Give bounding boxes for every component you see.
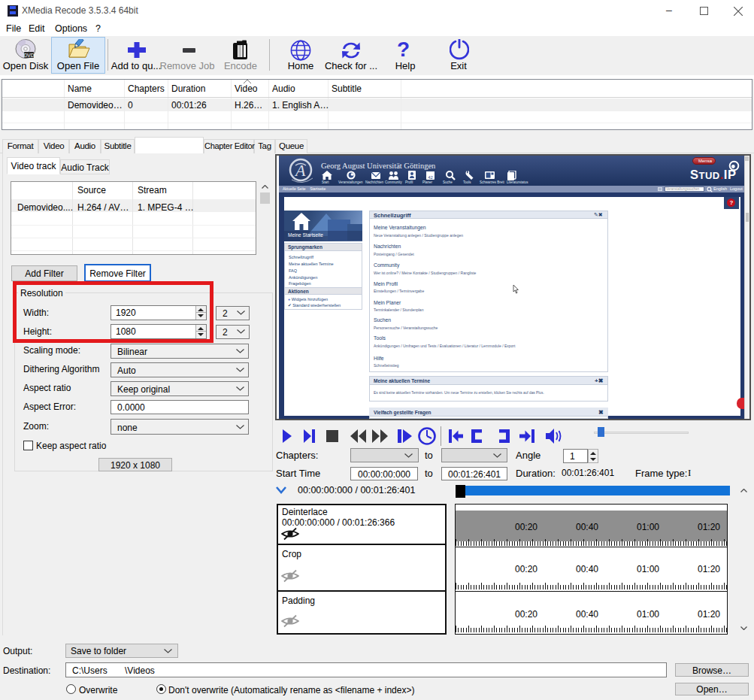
svg-text:42: 42 [428, 175, 433, 180]
svg-text:DVD: DVD [24, 53, 35, 58]
